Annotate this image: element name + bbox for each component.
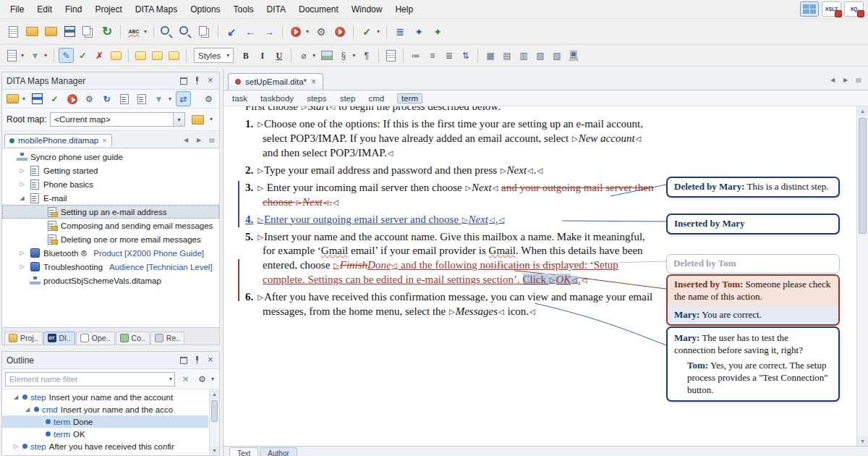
previous-editor-icon[interactable]: ◀ <box>181 135 191 146</box>
callout-comment-thread[interactable]: Mary: The user has to test the connectio… <box>666 326 840 402</box>
view-tab[interactable]: Co.. <box>116 332 150 345</box>
refresh-references-icon[interactable]: ↻ <box>99 91 114 106</box>
configure-transformation-icon[interactable]: ⚙ <box>312 23 330 41</box>
tree-item[interactable]: productSbjSchemeVals.ditamap <box>2 274 219 287</box>
pin-panel-icon[interactable] <box>193 77 201 85</box>
outline-item[interactable]: ◢ step Insert your name and the account <box>2 391 208 403</box>
float-panel-icon[interactable] <box>179 77 187 85</box>
bold-icon[interactable]: B <box>238 48 253 63</box>
refresh-icon[interactable]: ↻ <box>98 23 116 41</box>
transformation-caret-icon[interactable]: ▾ <box>304 23 311 41</box>
menu-item[interactable]: File <box>4 2 30 17</box>
scroll-up-icon[interactable]: ▲ <box>857 106 868 116</box>
accept-change-icon[interactable]: ✓ <box>75 48 90 63</box>
expand-arrow-icon[interactable]: ◢ <box>12 394 20 400</box>
root-map-select[interactable]: <Current map> <box>50 112 185 127</box>
callout-inserted-by-mary[interactable]: Inserted by Mary <box>666 214 840 235</box>
insert-table-icon[interactable]: ▦ <box>482 48 498 63</box>
outline-item[interactable]: term Done <box>2 415 208 428</box>
reject-change-icon[interactable]: ✗ <box>92 48 107 63</box>
expand-arrow-icon[interactable]: ▷ <box>12 443 20 449</box>
view-tab[interactable]: Re.. <box>150 332 184 345</box>
scrollbar-thumb[interactable] <box>211 400 218 422</box>
search-icon[interactable] <box>158 23 176 41</box>
expand-arrow-icon[interactable]: ◢ <box>24 406 31 413</box>
expand-arrow-icon[interactable]: ◢ <box>18 195 26 201</box>
outline-settings-icon[interactable]: ⚙ <box>195 371 210 387</box>
menu-item[interactable]: Help <box>389 2 419 17</box>
mode-tab[interactable]: Text <box>229 447 258 456</box>
profiling-filter-icon[interactable]: ▼ <box>151 91 166 106</box>
clear-caret-icon[interactable]: ▾ <box>310 48 318 63</box>
chevron-down-icon[interactable] <box>173 113 184 126</box>
editor-perspective-icon[interactable] <box>800 1 819 17</box>
configure-transformation-icon[interactable]: ⚙ <box>82 91 97 106</box>
editor-tab[interactable]: setUpEmail.dita* <box>228 73 323 90</box>
menu-item[interactable]: Document <box>293 2 344 17</box>
ordered-list-icon[interactable]: ≣ <box>441 48 456 63</box>
menu-item[interactable]: Window <box>346 2 388 17</box>
tree-item[interactable]: ▷ Getting started <box>2 164 219 177</box>
delete-column-icon[interactable]: ▧ <box>532 48 548 63</box>
close-panel-icon[interactable] <box>207 356 215 364</box>
float-panel-icon[interactable] <box>179 356 187 364</box>
paragraph-icon[interactable]: ¶ <box>359 48 374 63</box>
filter-caret-icon[interactable]: ▾ <box>42 48 49 63</box>
print-icon[interactable] <box>80 23 97 41</box>
outline-item[interactable]: ◢ cmd Insert your name and the acco <box>2 403 208 415</box>
delete-comment-icon[interactable] <box>166 48 182 63</box>
scroll-tabs-right-icon[interactable]: ▶ <box>841 75 851 86</box>
view-tab[interactable]: DT DI.. <box>43 332 75 345</box>
callout-deleted-by-tom[interactable]: Deleted by Tom <box>666 254 840 274</box>
format-indent-icon[interactable]: ≣ <box>391 23 409 41</box>
scroll-up-icon[interactable]: ▲ <box>210 389 219 399</box>
spell-check-icon[interactable]: ABC <box>125 23 142 41</box>
validate-map-icon[interactable]: ✓ <box>47 91 62 106</box>
settings-gear-icon[interactable]: ⚙ <box>201 91 216 106</box>
document-body[interactable]: First choose ▷Start◁ to begin the proces… <box>245 106 655 322</box>
outline-item[interactable]: ▷ step After you have received this conf… <box>2 440 208 452</box>
insert-row-icon[interactable]: ▤ <box>499 48 514 63</box>
definition-list-icon[interactable]: ≔ <box>408 48 423 63</box>
unordered-list-icon[interactable]: ≡ <box>425 48 440 63</box>
join-cells-icon[interactable]: ▣JOIN <box>566 48 581 63</box>
filter-caret-icon[interactable]: ▾ <box>166 91 174 106</box>
menu-item[interactable]: Find <box>59 2 88 17</box>
new-scenario-icon[interactable]: ✦ <box>429 23 446 41</box>
clear-formatting-icon[interactable]: ⌀ <box>296 48 311 63</box>
open-root-map-icon[interactable] <box>189 111 206 128</box>
section-icon[interactable]: § <box>336 48 351 63</box>
tree-item[interactable]: Setting up an e-mail address <box>2 205 219 219</box>
jump-last-edit-icon[interactable]: ↙ <box>223 23 240 41</box>
underline-icon[interactable]: U <box>271 48 286 63</box>
refactoring-icon[interactable]: ✦ <box>410 23 427 41</box>
breadcrumb-item[interactable]: cmd <box>368 94 384 103</box>
outline-settings-caret-icon[interactable]: ▾ <box>209 371 216 387</box>
open-map-caret-icon[interactable]: ▾ <box>20 91 27 106</box>
callout-deleted-by-mary[interactable]: Deleted by Mary: This is a distinct step… <box>666 177 840 198</box>
tab-list-icon[interactable]: ▤ <box>854 75 864 86</box>
show-tags-icon[interactable] <box>4 48 20 63</box>
comment-change-icon[interactable] <box>109 48 124 63</box>
tree-item[interactable]: ▷ Phone basics <box>2 177 219 191</box>
xslt-debugger-perspective-icon[interactable]: XSLT <box>822 1 841 17</box>
spell-caret-icon[interactable]: ▾ <box>142 23 149 41</box>
tree-item[interactable]: Composing and sending email messages <box>2 219 219 232</box>
link-with-editor-icon[interactable]: ⇄ <box>176 91 191 106</box>
clear-filter-icon[interactable]: ✕ <box>178 371 193 387</box>
insert-column-icon[interactable]: ▥ <box>516 48 531 63</box>
breadcrumb-item[interactable]: task <box>232 94 247 103</box>
next-editor-icon[interactable]: ▶ <box>194 135 204 146</box>
scrollbar-thumb[interactable] <box>859 118 867 234</box>
breadcrumb-item[interactable]: steps <box>307 94 327 103</box>
apply-transformation-icon[interactable] <box>287 23 305 41</box>
breadcrumb-item[interactable]: term <box>397 93 422 104</box>
insert-link-icon[interactable] <box>383 48 399 63</box>
mode-tab[interactable]: Author <box>260 447 297 456</box>
callout-inserted-by-tom[interactable]: Inserted by Tom: Someone please check th… <box>666 274 840 326</box>
tree-item[interactable]: Syncro phone user guide <box>2 150 219 164</box>
profiling-filter-icon[interactable]: ▼ <box>27 48 43 63</box>
expand-arrow-icon[interactable]: ▷ <box>18 181 26 187</box>
insert-topicref-icon[interactable] <box>116 91 132 106</box>
debug-transformation-icon[interactable] <box>331 23 349 41</box>
